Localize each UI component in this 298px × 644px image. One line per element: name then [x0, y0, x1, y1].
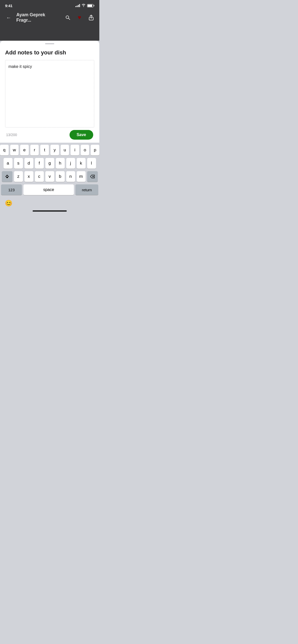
- key-z[interactable]: z: [14, 171, 23, 182]
- svg-rect-3: [6, 177, 8, 178]
- char-count: 13/200: [6, 133, 17, 137]
- key-q[interactable]: q: [0, 145, 9, 155]
- key-n[interactable]: n: [66, 171, 75, 182]
- notes-area: make it spicy: [5, 60, 94, 127]
- emoji-button[interactable]: 😊: [4, 199, 13, 208]
- keyboard: q w e r t y u i o p a s d f g h j k l: [0, 143, 99, 215]
- key-r[interactable]: r: [30, 145, 39, 155]
- key-y[interactable]: y: [50, 145, 59, 155]
- key-u[interactable]: u: [61, 145, 69, 155]
- home-indicator: [33, 210, 67, 212]
- search-button[interactable]: [64, 13, 72, 22]
- keyboard-row-bottom: 123 space return: [0, 184, 99, 195]
- keyboard-row-1: q w e r t y u i o p: [0, 145, 99, 155]
- sheet-content: Add notes to your dish make it spicy 13/…: [0, 44, 99, 143]
- back-button[interactable]: ←: [4, 13, 13, 22]
- key-p[interactable]: p: [91, 145, 99, 155]
- backspace-key[interactable]: [87, 171, 98, 182]
- favorite-button[interactable]: ♥: [75, 13, 84, 22]
- key-b[interactable]: b: [56, 171, 65, 182]
- keyboard-row-3: z x c v b n m: [0, 171, 99, 182]
- key-v[interactable]: v: [45, 171, 54, 182]
- keyboard-row-2: a s d f g h j k l: [0, 158, 99, 169]
- battery-icon: [87, 4, 94, 7]
- key-c[interactable]: c: [35, 171, 44, 182]
- sheet-title: Add notes to your dish: [5, 49, 94, 56]
- key-e[interactable]: e: [20, 145, 29, 155]
- key-o[interactable]: o: [81, 145, 89, 155]
- shift-key[interactable]: [2, 171, 12, 182]
- key-i[interactable]: i: [71, 145, 79, 155]
- status-icons: [75, 4, 94, 8]
- key-g[interactable]: g: [45, 158, 54, 169]
- save-button[interactable]: Save: [70, 130, 93, 140]
- status-time: 9:41: [5, 4, 12, 8]
- svg-line-1: [69, 18, 70, 20]
- signal-icon: [75, 4, 80, 7]
- wifi-icon: [82, 4, 86, 8]
- nav-actions: ♥: [64, 13, 95, 22]
- key-j[interactable]: j: [66, 158, 75, 169]
- notes-textarea[interactable]: make it spicy: [5, 60, 94, 127]
- numbers-key[interactable]: 123: [1, 184, 22, 195]
- bg-area: [0, 24, 99, 41]
- nav-title: Ayam Geprek Fragr...: [16, 12, 61, 23]
- key-f[interactable]: f: [35, 158, 44, 169]
- notes-sheet: Add notes to your dish make it spicy 13/…: [0, 41, 99, 215]
- share-button[interactable]: [87, 13, 95, 22]
- key-k[interactable]: k: [77, 158, 86, 169]
- key-m[interactable]: m: [77, 171, 86, 182]
- key-x[interactable]: x: [24, 171, 33, 182]
- key-a[interactable]: a: [4, 158, 12, 169]
- key-h[interactable]: h: [56, 158, 65, 169]
- status-bar: 9:41: [0, 0, 99, 11]
- key-l[interactable]: l: [87, 158, 96, 169]
- key-w[interactable]: w: [10, 145, 19, 155]
- keyboard-extras-row: 😊: [0, 197, 99, 210]
- return-key[interactable]: return: [75, 184, 98, 195]
- notes-footer: 13/200 Save: [5, 127, 94, 143]
- space-key[interactable]: space: [23, 184, 74, 195]
- key-d[interactable]: d: [24, 158, 33, 169]
- nav-bar: ← Ayam Geprek Fragr... ♥: [0, 11, 99, 24]
- key-t[interactable]: t: [40, 145, 49, 155]
- key-s[interactable]: s: [14, 158, 23, 169]
